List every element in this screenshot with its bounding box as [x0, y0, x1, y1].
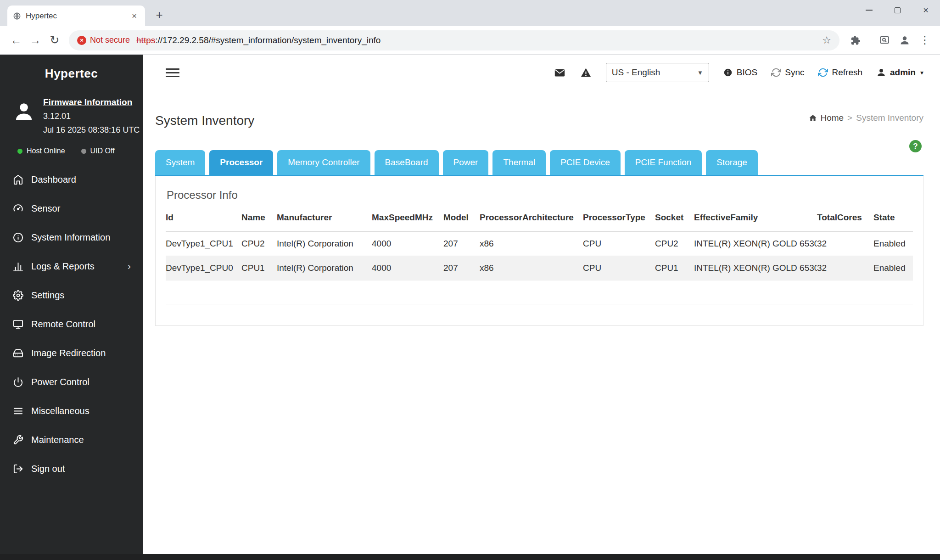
breadcrumb-separator: > — [847, 113, 852, 123]
table-row[interactable]: DevType1_CPU0 CPU1 Intel(R) Corporation … — [166, 256, 913, 280]
language-select[interactable]: US - English ▼ — [606, 63, 709, 82]
sidebar-item-image-redirection[interactable]: Image Redirection — [0, 339, 143, 368]
panel-heading: Processor Info — [166, 176, 913, 205]
sidebar-item-logs-reports[interactable]: Logs & Reports › — [0, 252, 143, 281]
cell-type: CPU — [583, 232, 655, 256]
warning-icon[interactable] — [580, 67, 592, 79]
tab-storage[interactable]: Storage — [706, 150, 758, 175]
processor-table: Id Name Manufacturer MaxSpeedMHz Model P… — [166, 205, 913, 304]
address-bar[interactable]: × Not secure https://172.29.2.58/#system… — [69, 30, 839, 50]
tab-system[interactable]: System — [155, 150, 205, 175]
extensions-puzzle-icon[interactable] — [847, 32, 864, 49]
cell-state: Enabled — [873, 232, 913, 256]
browser-menu-icon[interactable]: ⋮ — [916, 32, 934, 49]
tab-baseboard[interactable]: BaseBoard — [375, 150, 439, 175]
mail-icon[interactable] — [554, 67, 566, 79]
home-icon — [13, 174, 23, 185]
refresh-button[interactable]: Refresh — [818, 67, 862, 78]
tab-title: Hypertec — [26, 11, 129, 21]
tab-processor[interactable]: Processor — [209, 150, 273, 175]
tab-memory-controller[interactable]: Memory Controller — [277, 150, 370, 175]
column-header: ProcessorType — [583, 205, 655, 232]
bios-button[interactable]: BIOS — [723, 67, 757, 78]
sidebar-item-remote-control[interactable]: Remote Control — [0, 310, 143, 339]
list-icon — [13, 406, 23, 416]
sidebar-item-power-control[interactable]: Power Control — [0, 368, 143, 397]
url-scheme: https — [136, 35, 155, 45]
column-header: Id — [166, 205, 241, 232]
toolbar-divider — [870, 35, 870, 45]
profile-avatar-icon[interactable] — [896, 32, 913, 49]
main-column: US - English ▼ BIOS Sync Refresh — [143, 55, 940, 554]
tab-close-icon[interactable]: × — [129, 11, 140, 21]
cell-id: DevType1_CPU1 — [166, 232, 241, 256]
language-value: US - English — [612, 67, 660, 78]
gear-icon — [13, 290, 23, 301]
sidebar-item-miscellaneous[interactable]: Miscellaneous — [0, 397, 143, 426]
app-area: Hypertec Firmware Information 3.12.01 Ju… — [0, 55, 940, 554]
column-header: Socket — [655, 205, 694, 232]
sidebar-item-settings[interactable]: Settings — [0, 281, 143, 310]
browser-tab[interactable]: Hypertec × — [7, 6, 145, 26]
sidebar-item-system-information[interactable]: System Information — [0, 223, 143, 252]
close-button[interactable]: × — [912, 0, 940, 20]
tab-power[interactable]: Power — [443, 150, 489, 175]
host-status-label: Host Online — [27, 147, 65, 155]
info-icon — [13, 232, 23, 243]
minimize-button[interactable] — [855, 0, 883, 20]
sidebar: Hypertec Firmware Information 3.12.01 Ju… — [0, 55, 143, 554]
firmware-information-link[interactable]: Firmware Information — [43, 97, 140, 107]
not-secure-label[interactable]: Not secure — [90, 35, 130, 45]
cell-architecture: x86 — [480, 256, 583, 280]
cell-model: 207 — [443, 232, 480, 256]
status-row: Host Online UID Off — [17, 147, 143, 155]
tab-pcie-function[interactable]: PCIE Function — [625, 150, 702, 175]
page-search-icon[interactable] — [876, 32, 893, 49]
cell-cores: 32 — [817, 232, 873, 256]
wrench-icon — [13, 435, 23, 445]
sidebar-item-sensor[interactable]: Sensor — [0, 194, 143, 223]
firmware-block: Firmware Information 3.12.01 Jul 16 2025… — [13, 97, 143, 135]
user-caret-icon: ▾ — [920, 69, 923, 76]
cell-architecture: x86 — [480, 232, 583, 256]
sidebar-nav: Dashboard Sensor System Information Logs… — [0, 165, 143, 483]
sidebar-item-sign-out[interactable]: Sign out — [0, 454, 143, 483]
user-menu[interactable]: admin ▾ — [876, 67, 923, 78]
browser-window: Hypertec × + × ← → ↻ × Not secure https:… — [0, 0, 940, 560]
breadcrumb-current: System Inventory — [856, 113, 923, 123]
gauge-icon — [13, 203, 23, 214]
url-text[interactable]: https://172.29.2.58/#system_information/… — [136, 35, 817, 45]
sidebar-item-dashboard[interactable]: Dashboard — [0, 165, 143, 194]
new-tab-button[interactable]: + — [151, 7, 167, 22]
maximize-button[interactable] — [883, 0, 912, 20]
bookmark-star-icon[interactable]: ☆ — [822, 34, 831, 46]
processor-info-panel: Processor Info Id Name Manufacturer — [155, 176, 923, 326]
forward-button[interactable]: → — [26, 31, 45, 50]
reload-button[interactable]: ↻ — [45, 31, 64, 50]
not-secure-icon[interactable]: × — [77, 36, 86, 45]
back-button[interactable]: ← — [6, 31, 26, 50]
page-title: System Inventory — [155, 105, 254, 128]
host-online-dot — [17, 149, 22, 154]
tab-thermal[interactable]: Thermal — [492, 150, 546, 175]
sync-button[interactable]: Sync — [771, 67, 804, 78]
home-breadcrumb-icon — [809, 114, 817, 122]
sidebar-item-maintenance[interactable]: Maintenance — [0, 426, 143, 454]
help-icon[interactable]: ? — [909, 140, 922, 152]
monitor-icon — [13, 319, 23, 330]
power-icon — [13, 377, 23, 387]
cell-manufacturer: Intel(R) Corporation — [277, 256, 372, 280]
table-row[interactable]: DevType1_CPU1 CPU2 Intel(R) Corporation … — [166, 232, 913, 256]
cell-name: CPU1 — [241, 256, 277, 280]
refresh-icon — [818, 67, 828, 78]
chevron-right-icon: › — [128, 261, 131, 273]
breadcrumb: Home > System Inventory — [809, 105, 923, 128]
brand-title: Hypertec — [0, 55, 143, 81]
hamburger-menu-icon[interactable] — [166, 68, 179, 77]
page-content: System Inventory Home > System Inventory… — [143, 90, 940, 554]
cell-family: INTEL(R) XEON(R) GOLD 6530 — [694, 256, 817, 280]
breadcrumb-home[interactable]: Home — [809, 113, 844, 123]
browser-tabstrip: Hypertec × + × — [0, 0, 940, 26]
tab-pcie-device[interactable]: PCIE Device — [550, 150, 621, 175]
table-empty-row — [166, 280, 913, 304]
